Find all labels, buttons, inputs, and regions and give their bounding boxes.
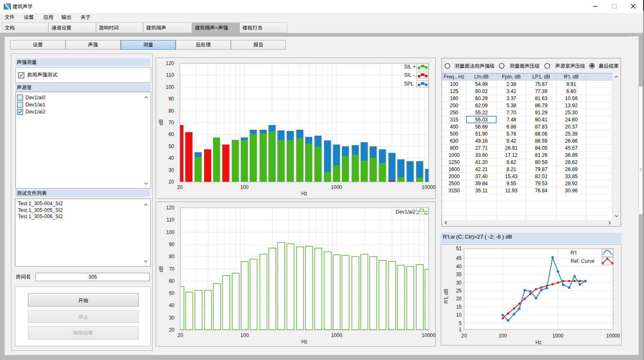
svg-text:6.88: 6.88 [506,124,516,130]
svg-text:81.63: 81.63 [535,96,548,101]
svg-text:1600: 1600 [449,166,460,172]
svg-text:86.59: 86.59 [535,138,548,144]
svg-text:79.87: 79.87 [535,166,548,172]
svg-text:800: 800 [450,145,458,151]
svg-text:45: 45 [456,255,462,261]
svg-text:dB: dB [158,266,164,272]
svg-text:120: 120 [166,60,174,66]
svg-text:1: 1 [459,327,462,332]
svg-text:26.66: 26.66 [565,138,578,144]
svg-text:R'I, dB: R'I, dB [443,289,449,304]
svg-text:24.60: 24.60 [565,117,578,123]
svg-text:100: 100 [240,332,249,338]
svg-text:15: 15 [456,304,462,310]
svg-text:90.41: 90.41 [535,117,548,123]
svg-text:36.89: 36.89 [565,152,578,158]
svg-text:SIL -: SIL - [404,72,414,78]
svg-text:25.30: 25.30 [565,110,578,116]
svg-text:SIL +: SIL + [404,64,416,70]
svg-text:10000: 10000 [422,184,436,190]
svg-text:13.92: 13.92 [565,103,578,108]
svg-text:28.62: 28.62 [565,159,578,165]
svg-text:81.26: 81.26 [535,152,548,158]
svg-text:LIn,dB: LIn,dB [474,74,489,80]
svg-text:R'I, dB: R'I, dB [564,74,579,80]
svg-text:LP1, dB: LP1, dB [532,74,550,80]
svg-text:42.21: 42.21 [475,166,487,172]
svg-text:8.21: 8.21 [506,166,516,172]
svg-text:100: 100 [240,184,248,190]
svg-text:86.79: 86.79 [535,103,548,108]
svg-text:49.16: 49.16 [475,138,487,144]
svg-text:76.84: 76.84 [535,188,548,194]
svg-text:10000: 10000 [606,333,620,339]
svg-text:26.91: 26.91 [505,145,518,151]
svg-text:60: 60 [169,131,174,137]
svg-text:37.40: 37.40 [475,174,487,179]
svg-text:56.69: 56.69 [475,124,487,130]
svg-text:10.56: 10.56 [565,96,578,101]
svg-text:40: 40 [169,155,174,161]
svg-text:20: 20 [177,184,183,190]
svg-text:10: 10 [456,312,462,318]
svg-text:30: 30 [169,315,175,321]
svg-text:80.59: 80.59 [535,159,548,165]
svg-text:5.38: 5.38 [506,103,516,108]
svg-text:70: 70 [169,120,174,126]
svg-text:51.90: 51.90 [475,131,487,137]
svg-text:20: 20 [169,179,174,185]
svg-text:FpIn, dB: FpIn, dB [502,74,520,80]
svg-text:28.92: 28.92 [565,181,578,186]
svg-text:91.29: 91.29 [535,110,548,116]
svg-text:40: 40 [169,302,175,308]
svg-text:26.89: 26.89 [565,166,578,172]
svg-text:120: 120 [166,205,174,211]
svg-text:41.20: 41.20 [475,159,487,165]
svg-text:35: 35 [456,272,462,277]
svg-text:33.60: 33.60 [475,152,487,158]
svg-text:11.93: 11.93 [505,188,518,194]
svg-text:87.83: 87.83 [535,124,548,130]
svg-text:15.43: 15.43 [505,174,518,179]
svg-text:40: 40 [456,264,462,269]
svg-text:17.12: 17.12 [505,152,518,158]
svg-text:60.02: 60.02 [475,88,487,94]
svg-text:25.39: 25.39 [565,131,578,137]
svg-text:630: 630 [450,138,458,144]
svg-text:1250: 1250 [449,159,460,165]
svg-text:20: 20 [456,296,462,302]
svg-text:1000: 1000 [552,333,563,339]
svg-text:Ref. Curve: Ref. Curve [571,258,595,264]
svg-text:33.85: 33.85 [565,174,578,179]
svg-text:125: 125 [450,88,458,94]
svg-text:dB: dB [158,119,164,126]
svg-text:30: 30 [169,167,174,173]
svg-text:160: 160 [450,96,458,101]
svg-text:1000: 1000 [331,184,342,190]
svg-text:7.48: 7.48 [506,117,516,123]
svg-text:80: 80 [169,108,174,114]
svg-text:1000: 1000 [449,152,460,158]
svg-text:110: 110 [167,217,174,223]
svg-text:79.53: 79.53 [535,181,548,186]
svg-text:80: 80 [169,254,175,259]
svg-text:20.37: 20.37 [565,124,578,130]
svg-text:90: 90 [169,242,175,247]
svg-text:500: 500 [450,131,458,137]
svg-text:10000: 10000 [422,332,436,338]
svg-text:Hz: Hz [301,339,308,345]
svg-text:51: 51 [456,246,462,252]
svg-text:2000: 2000 [449,174,460,179]
svg-text:3.37: 3.37 [506,96,516,101]
svg-text:400: 400 [450,124,458,130]
svg-text:25: 25 [456,288,462,294]
svg-text:3150: 3150 [449,188,460,194]
svg-text:Hz: Hz [535,340,542,345]
svg-text:315: 315 [450,117,458,123]
svg-text:2500: 2500 [449,181,460,186]
svg-text:50: 50 [169,143,174,149]
svg-text:27.71: 27.71 [475,145,487,151]
svg-text:1000: 1000 [331,332,342,338]
svg-text:Dev1/ai2: Dev1/ai2 [396,209,416,215]
svg-text:7.70: 7.70 [506,110,516,116]
